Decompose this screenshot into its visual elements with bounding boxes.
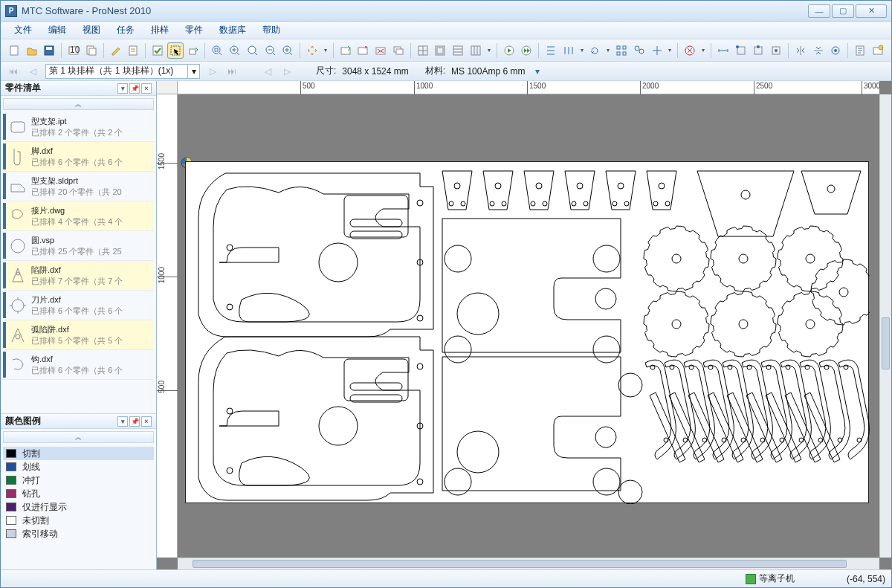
panel-pin-icon[interactable]: 📌 bbox=[129, 416, 140, 427]
edit-icon[interactable] bbox=[108, 42, 124, 59]
panel-options-icon[interactable]: ▾ bbox=[117, 83, 128, 94]
part-item[interactable]: 接片.dwg已排样 4 个零件（共 4 个 bbox=[3, 201, 154, 231]
panel-pin-icon[interactable]: 📌 bbox=[129, 83, 140, 94]
play-icon[interactable] bbox=[501, 42, 517, 59]
legend-row[interactable]: 索引移动 bbox=[3, 527, 154, 540]
dropdown-icon[interactable]: ▾ bbox=[322, 42, 329, 59]
dropdown-icon[interactable]: ▾ bbox=[666, 42, 673, 59]
parts-collapse-bar[interactable]: ︽ bbox=[3, 98, 154, 110]
menu-edit[interactable]: 编辑 bbox=[41, 22, 74, 38]
rotate-icon[interactable] bbox=[587, 42, 604, 59]
nest-selector[interactable]: ▾ bbox=[45, 64, 200, 79]
menu-database[interactable]: 数据库 bbox=[212, 22, 253, 38]
align-1-icon[interactable] bbox=[543, 42, 559, 59]
task-icon[interactable] bbox=[125, 42, 141, 59]
array-icon[interactable] bbox=[613, 42, 630, 59]
grid-2-icon[interactable] bbox=[433, 42, 449, 59]
zoom-fit-icon[interactable] bbox=[227, 42, 243, 59]
part-item[interactable]: 陷阱.dxf已排样 7 个零件（共 7 个 bbox=[3, 261, 154, 291]
pattern-icon[interactable] bbox=[649, 42, 665, 59]
dropdown-icon[interactable]: ▾ bbox=[578, 42, 586, 59]
bump-icon[interactable] bbox=[828, 42, 844, 59]
cluster-icon[interactable] bbox=[631, 42, 647, 59]
code-icon[interactable]: 1010 bbox=[65, 42, 82, 59]
legend-label: 未切割 bbox=[22, 514, 49, 527]
zoom-window-icon[interactable] bbox=[209, 42, 225, 59]
part-item[interactable]: 型支架.sldprt已排样 20 个零件（共 20 bbox=[3, 172, 154, 201]
mirror-h-icon[interactable] bbox=[792, 42, 809, 59]
legend-row[interactable]: 切割 bbox=[3, 447, 154, 460]
grid-4-icon[interactable] bbox=[468, 42, 484, 59]
save-icon[interactable] bbox=[42, 42, 58, 59]
legend-row[interactable]: 钻孔 bbox=[3, 487, 154, 500]
pan-icon[interactable] bbox=[304, 42, 320, 59]
snap-3-icon[interactable] bbox=[768, 42, 784, 59]
zoom-actual-icon[interactable] bbox=[245, 42, 261, 59]
report-icon[interactable] bbox=[852, 42, 868, 59]
mirror-v-icon[interactable] bbox=[810, 42, 827, 59]
snap-1-icon[interactable] bbox=[733, 42, 749, 59]
dropdown-icon[interactable]: ▾ bbox=[604, 42, 612, 59]
align-2-icon[interactable] bbox=[560, 42, 577, 59]
zoom-out-icon[interactable] bbox=[262, 42, 279, 59]
menu-view[interactable]: 视图 bbox=[75, 22, 108, 38]
move-part-icon[interactable] bbox=[185, 42, 201, 59]
open-icon[interactable] bbox=[24, 42, 40, 59]
select-icon[interactable] bbox=[167, 42, 184, 59]
nav-fwd-icon[interactable]: ▷ bbox=[280, 65, 294, 78]
part-item[interactable]: 脚.dxf已排样 6 个零件（共 6 个 bbox=[3, 142, 154, 172]
legend-collapse-bar[interactable]: ︽ bbox=[3, 431, 154, 443]
dropdown-icon[interactable]: ▾ bbox=[187, 65, 199, 78]
grid-3-icon[interactable] bbox=[450, 42, 466, 59]
nav-last-icon[interactable]: ⏭ bbox=[225, 65, 239, 78]
legend-row[interactable]: 仅进行显示 bbox=[3, 500, 154, 514]
scroll-thumb[interactable] bbox=[193, 560, 847, 568]
nav-next-icon[interactable]: ▷ bbox=[206, 65, 219, 78]
material-dropdown-icon[interactable]: ▾ bbox=[531, 65, 544, 78]
dropdown-icon[interactable]: ▾ bbox=[485, 42, 493, 59]
horizontal-scrollbar[interactable] bbox=[178, 558, 879, 569]
legend-row[interactable]: 冲打 bbox=[3, 474, 154, 487]
play-all-icon[interactable] bbox=[518, 42, 534, 59]
legend-row[interactable]: 未切割 bbox=[3, 514, 154, 527]
nest-clear-icon[interactable] bbox=[372, 42, 389, 59]
part-item[interactable]: 型支架.ipt已排样 2 个零件（共 2 个 bbox=[3, 112, 154, 142]
close-button[interactable]: ✕ bbox=[856, 4, 887, 18]
legend-row[interactable]: 划线 bbox=[3, 460, 154, 474]
menu-help[interactable]: 帮助 bbox=[255, 22, 288, 38]
vertical-scrollbar[interactable] bbox=[879, 94, 891, 558]
scroll-thumb[interactable] bbox=[882, 317, 890, 369]
nest-copy-icon[interactable] bbox=[390, 42, 407, 59]
part-item[interactable]: 钩.dxf已排样 6 个零件（共 6 个 bbox=[3, 350, 154, 380]
panel-close-icon[interactable]: × bbox=[141, 416, 152, 427]
part-item[interactable]: 圆.vsp已排样 25 个零件（共 25 bbox=[3, 231, 154, 261]
dim-icon[interactable] bbox=[715, 42, 731, 59]
zoom-in-icon[interactable] bbox=[279, 42, 296, 59]
copy-icon[interactable] bbox=[83, 42, 100, 59]
check-icon[interactable] bbox=[149, 42, 166, 59]
dropdown-icon[interactable]: ▾ bbox=[699, 42, 707, 59]
panel-options-icon[interactable]: ▾ bbox=[117, 416, 128, 427]
menu-task[interactable]: 任务 bbox=[109, 22, 142, 38]
nav-back-icon[interactable]: ◁ bbox=[261, 65, 274, 78]
snap-2-icon[interactable] bbox=[751, 42, 767, 59]
part-item[interactable]: 弧陷阱.dxf已排样 5 个零件（共 5 个 bbox=[3, 320, 154, 350]
nest-selector-input[interactable] bbox=[46, 65, 187, 78]
menu-file[interactable]: 文件 bbox=[7, 22, 39, 38]
nav-prev-icon[interactable]: ◁ bbox=[26, 65, 39, 78]
settings-icon[interactable] bbox=[870, 42, 886, 59]
delete-icon[interactable] bbox=[682, 42, 698, 59]
nest-remove-icon[interactable] bbox=[355, 42, 372, 59]
new-icon[interactable] bbox=[6, 42, 22, 59]
nav-first-icon[interactable]: ⏮ bbox=[7, 65, 20, 78]
maximize-button[interactable]: ▢ bbox=[832, 4, 854, 18]
nest-add-icon[interactable] bbox=[337, 42, 354, 59]
grid-1-icon[interactable] bbox=[415, 42, 431, 59]
part-item[interactable]: 刀片.dxf已排样 6 个零件（共 6 个 bbox=[3, 291, 154, 320]
canvas[interactable] bbox=[178, 94, 879, 558]
menu-part[interactable]: 零件 bbox=[178, 22, 210, 38]
minimize-button[interactable]: — bbox=[808, 4, 830, 18]
panel-close-icon[interactable]: × bbox=[141, 83, 152, 94]
nest-sheet[interactable] bbox=[185, 161, 869, 503]
menu-nest[interactable]: 排样 bbox=[143, 22, 176, 38]
